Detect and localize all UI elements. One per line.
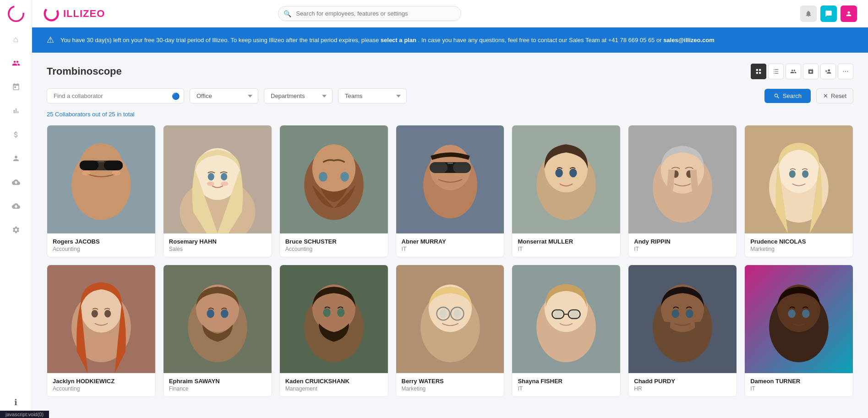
departments-select[interactable]: Departments (264, 88, 333, 103)
sidebar-item-home[interactable]: ⌂ (6, 29, 26, 49)
employee-card[interactable]: Prudence NICOLASMarketing (744, 125, 853, 257)
top-header: ILLIZEO 🔍 (32, 0, 868, 27)
avatar-svg (512, 125, 620, 233)
employee-department: Accounting (53, 385, 150, 392)
list-view-button[interactable] (768, 64, 784, 79)
illizeo-logo-icon (43, 5, 60, 22)
employee-name: Jacklyn HODKIEWICZ (53, 378, 150, 385)
teams-select[interactable]: Teams (338, 88, 407, 103)
employee-info: Kaden CRUICKSHANKManagement (280, 373, 388, 396)
avatar-svg (628, 125, 737, 233)
profile-button[interactable] (841, 5, 857, 22)
employee-info: Andy RIPPINIT (628, 233, 737, 257)
avatar-svg (47, 265, 155, 373)
employee-card[interactable]: Kaden CRUICKSHANKManagement (279, 265, 388, 397)
sidebar-item-info[interactable]: ℹ (6, 392, 26, 413)
add-employee-button[interactable] (820, 64, 836, 79)
sidebar-item-upload[interactable] (6, 172, 26, 192)
svg-point-84 (802, 309, 810, 318)
chat-button[interactable] (820, 5, 837, 22)
sidebar: ⌂ (0, 0, 32, 418)
office-select[interactable]: Office (190, 88, 258, 103)
grid-view-button[interactable] (751, 64, 766, 79)
employee-info: Chadd PURDYHR (628, 373, 737, 396)
employee-photo (164, 125, 272, 233)
employee-card[interactable]: Andy RIPPINIT (628, 125, 737, 257)
employee-card[interactable]: Chadd PURDYHR (628, 265, 737, 397)
group-view-button[interactable] (786, 64, 801, 79)
search-input[interactable] (278, 6, 461, 21)
sidebar-item-people[interactable] (6, 53, 26, 73)
employee-card[interactable]: Bruce SCHUSTERAccounting (279, 125, 388, 257)
employee-photo (396, 125, 504, 233)
employee-info: Monserrat MULLERIT (512, 233, 620, 257)
employee-info: Abner MURRAYIT (396, 233, 504, 257)
svg-point-73 (570, 310, 579, 318)
group-icon (790, 68, 797, 75)
employee-card[interactable]: Monserrat MULLERIT (512, 125, 621, 257)
svg-point-42 (802, 170, 808, 178)
employee-card[interactable]: Ephraim SAWAYNFinance (163, 265, 272, 397)
employee-card[interactable]: Abner MURRAYIT (396, 125, 505, 257)
trial-banner: ⚠ You have 30 day(s) left on your free 3… (32, 27, 868, 53)
employee-name: Bruce SCHUSTER (285, 238, 382, 245)
employee-department: Marketing (402, 385, 499, 392)
employee-card[interactable]: Berry WATERSMarketing (396, 265, 505, 397)
sidebar-item-finance[interactable] (6, 125, 26, 145)
archive-icon (808, 68, 814, 75)
employee-department: IT (402, 246, 499, 252)
search-button[interactable]: Search (764, 89, 811, 103)
svg-point-72 (554, 310, 562, 318)
sidebar-item-settings[interactable] (6, 220, 26, 240)
employee-card[interactable]: Rosemary HAHNSales (163, 125, 272, 257)
avatar-svg (164, 265, 272, 373)
employee-department: IT (634, 246, 731, 252)
employee-department: IT (750, 385, 847, 392)
employee-info: Berry WATERSMarketing (396, 373, 504, 396)
sidebar-item-calendar[interactable] (6, 77, 26, 97)
employee-photo (280, 125, 388, 233)
search-btn-icon (774, 93, 780, 99)
employee-name: Ephraim SAWAYN (169, 378, 266, 385)
svg-point-32 (569, 168, 577, 177)
avatar-svg (512, 265, 620, 373)
sidebar-item-users[interactable] (6, 148, 26, 168)
employee-card[interactable]: Dameon TURNERIT (744, 265, 853, 397)
select-plan-link[interactable]: select a plan (381, 37, 416, 43)
avatar-svg (396, 125, 504, 233)
employee-card[interactable]: Shayna FISHERIT (512, 265, 621, 397)
bottom-status: javascript:void(0) (0, 411, 49, 418)
notification-button[interactable] (800, 5, 817, 22)
svg-point-21 (340, 172, 349, 181)
more-options-button[interactable]: ··· (838, 64, 853, 79)
employee-name: Dameon TURNER (750, 378, 847, 385)
header-logo: ILLIZEO (43, 5, 105, 22)
employee-card[interactable]: Jacklyn HODKIEWICZAccounting (47, 265, 156, 397)
svg-point-20 (319, 172, 328, 181)
svg-point-83 (788, 309, 796, 318)
archive-button[interactable] (803, 64, 819, 79)
avatar-svg (280, 125, 388, 233)
filters-row: 🔵 Office Departments Teams (47, 88, 853, 103)
content-area: ⚠ You have 30 day(s) left on your free 3… (32, 27, 868, 418)
collaborator-input[interactable] (47, 88, 184, 103)
svg-point-52 (221, 309, 229, 318)
employee-name: Prudence NICOLAS (750, 238, 847, 245)
svg-point-19 (312, 144, 355, 193)
employee-card[interactable]: Rogers JACOBSAccounting (47, 125, 156, 257)
employee-name: Shayna FISHER (518, 378, 615, 385)
employee-info: Bruce SCHUSTERAccounting (280, 233, 388, 257)
search-container: 🔍 (278, 6, 461, 21)
svg-point-78 (686, 309, 693, 318)
sidebar-item-download[interactable] (6, 196, 26, 216)
reset-button[interactable]: ✕ Reset (816, 88, 853, 103)
sidebar-item-chart[interactable] (6, 101, 26, 121)
employee-photo (164, 265, 272, 373)
svg-point-0 (8, 6, 23, 21)
email-link[interactable]: sales@illizeo.com (663, 37, 715, 43)
avatar-svg (280, 265, 388, 373)
svg-point-14 (221, 173, 227, 181)
employee-department: Finance (169, 385, 266, 392)
svg-point-15 (207, 182, 214, 186)
people-icon (12, 59, 20, 67)
